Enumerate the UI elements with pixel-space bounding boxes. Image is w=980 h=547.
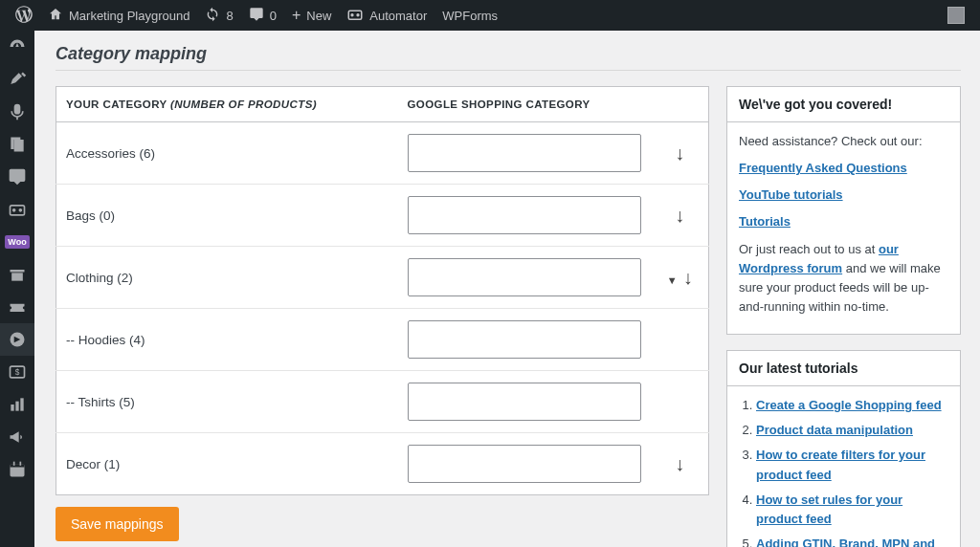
tutorial-link[interactable]: How to create filters for your product f… [756,448,925,481]
menu-comments[interactable] [0,161,34,193]
comments-count: 0 [270,9,277,23]
menu-tickets[interactable] [0,291,34,323]
menu-analytics[interactable] [0,388,34,421]
refresh-count: 8 [226,9,233,23]
menu-woocommerce[interactable]: Woo [0,226,34,258]
copy-down-icon[interactable]: ↓ [675,205,684,226]
svg-rect-6 [11,206,25,215]
category-label: Accessories (6) [56,122,398,185]
admin-top-bar: Marketing Playground 8 0 + New Automator… [0,0,980,31]
new-label: New [306,9,331,23]
help-outro: Or just reach out to us at our Wordpress… [739,240,948,317]
plus-icon: + [292,8,301,23]
google-category-input[interactable] [408,134,641,172]
wordpress-logo[interactable] [8,0,40,31]
table-row: Accessories (6)↓ [56,122,709,185]
wpforms-label: WPForms [442,9,498,23]
wordpress-icon [15,6,33,26]
table-row: -- Hoodies (4) [56,309,709,371]
menu-payments[interactable]: $ [0,356,34,388]
svg-point-1 [351,13,353,15]
robot-icon [346,8,364,24]
link-tutorials[interactable]: Tutorials [739,214,791,229]
google-category-input[interactable] [408,320,641,359]
svg-rect-14 [11,405,13,411]
admin-left-sidebar: Woo $ [0,31,34,547]
tutorials-list: Create a Google Shopping feedProduct dat… [739,396,948,547]
list-item: Adding GTIN, Brand, MPN and [756,535,948,547]
site-name: Marketing Playground [69,9,189,23]
main-content: Category mapping YOUR CATEGORY (NUMBER O… [34,31,980,547]
svg-rect-20 [20,462,22,466]
tutorial-link[interactable]: How to set rules for your product feed [756,492,902,526]
table-row: Bags (0)↓ [56,185,709,247]
home-icon [48,7,63,25]
col-your-category: YOUR CATEGORY (NUMBER OF PRODUCTS) [56,87,398,122]
automator-link[interactable]: Automator [339,0,434,31]
col-actions [652,87,709,122]
avatar [947,7,965,24]
link-faq[interactable]: Frequently Asked Questions [739,161,907,175]
menu-dashboard[interactable] [0,31,34,63]
table-row: Clothing (2)▼↓ [56,247,709,309]
svg-rect-9 [11,270,25,273]
automator-label: Automator [369,9,427,23]
svg-rect-0 [349,11,363,19]
menu-calendar[interactable] [0,453,34,486]
menu-marketing[interactable] [0,421,34,453]
menu-posts[interactable] [0,63,34,96]
refresh-icon [205,7,220,25]
caret-down-icon[interactable]: ▼ [667,274,678,286]
svg-rect-5 [14,140,24,152]
category-label: Bags (0) [56,185,398,247]
tutorial-link[interactable]: Create a Google Shopping feed [756,398,942,412]
svg-rect-10 [11,273,23,280]
list-item: Product data manipulation [756,421,948,440]
menu-media[interactable] [0,96,34,128]
category-label: -- Hoodies (4) [56,309,398,371]
help-box-title: We\'ve got you covered! [727,87,960,122]
wpforms-link[interactable]: WPForms [434,0,505,31]
site-name-link[interactable]: Marketing Playground [40,0,197,31]
category-label: -- Tshirts (5) [56,371,398,433]
menu-pages[interactable] [0,128,34,161]
help-intro: Need assistance? Check out our: [739,132,948,151]
link-youtube[interactable]: YouTube tutorials [739,187,843,202]
table-row: Decor (1)↓ [56,433,709,495]
list-item: How to create filters for your product f… [756,446,948,484]
tutorial-link[interactable]: Product data manipulation [756,423,913,437]
list-item: Create a Google Shopping feed [756,396,948,415]
comment-icon [249,7,264,25]
new-content-link[interactable]: + New [284,0,339,31]
help-box: We\'ve got you covered! Need assistance?… [726,86,961,335]
refresh-link[interactable]: 8 [197,0,240,31]
category-mapping-table: YOUR CATEGORY (NUMBER OF PRODUCTS) GOOGL… [56,86,709,495]
svg-rect-16 [20,398,23,410]
copy-down-icon[interactable]: ↓ [675,453,684,474]
copy-down-icon[interactable]: ↓ [675,142,684,164]
tutorial-link[interactable]: Adding GTIN, Brand, MPN and [756,536,935,547]
menu-products[interactable] [0,258,34,291]
tutorials-box: Our latest tutorials Create a Google Sho… [726,350,961,547]
save-mappings-button[interactable]: Save mappings [56,507,179,541]
svg-text:$: $ [15,367,20,377]
list-item: How to set rules for your product feed [756,491,948,529]
google-category-input[interactable] [408,445,641,483]
copy-down-icon[interactable]: ↓ [683,267,693,288]
user-account[interactable] [940,0,972,31]
category-label: Clothing (2) [56,247,398,309]
menu-automator[interactable] [0,193,34,226]
svg-point-2 [357,13,359,15]
svg-point-7 [13,209,15,211]
tutorials-box-title: Our latest tutorials [727,351,960,386]
svg-rect-18 [11,464,25,467]
comments-link[interactable]: 0 [241,0,284,31]
svg-rect-19 [13,462,15,466]
col-google-category: GOOGLE SHOPPING CATEGORY [398,87,652,122]
category-label: Decor (1) [56,433,398,495]
google-category-input[interactable] [408,196,641,234]
google-category-input[interactable] [408,383,641,421]
table-row: -- Tshirts (5) [56,371,709,433]
google-category-input[interactable] [408,258,641,296]
menu-current-plugin[interactable] [0,323,34,356]
